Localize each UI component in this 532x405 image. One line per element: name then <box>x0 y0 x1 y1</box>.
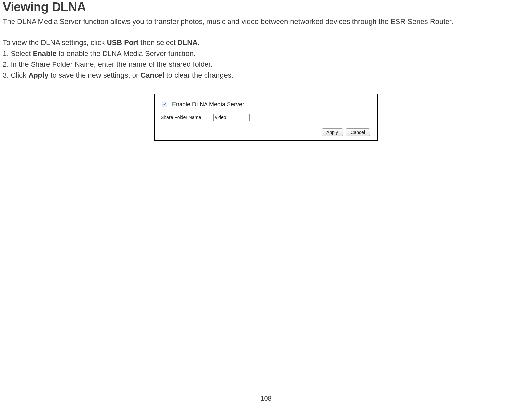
step3-bold1: Apply <box>28 71 48 79</box>
step3-mid: to save the new settings, or <box>48 71 140 79</box>
step1-prefix: 1. Select <box>3 49 33 58</box>
enable-dlna-label: Enable DLNA Media Server <box>172 101 244 108</box>
page-number: 108 <box>260 395 271 402</box>
step-1: 1. Select Enable to enable the DLNA Medi… <box>3 48 529 59</box>
view-settings-prefix: To view the DLNA settings, click <box>3 38 107 47</box>
step1-bold: Enable <box>33 49 57 58</box>
step1-suffix: to enable the DLNA Media Server function… <box>57 49 196 58</box>
cancel-button[interactable]: Cancel <box>346 128 370 136</box>
dlna-bold: DLNA <box>178 38 198 47</box>
view-settings-mid: then select <box>138 38 178 47</box>
step3-suffix: to clear the changes. <box>164 71 233 79</box>
enable-dlna-row: ✓ Enable DLNA Media Server <box>161 101 371 108</box>
page-title: Viewing DLNA <box>3 0 529 14</box>
step3-prefix: 3. Click <box>3 71 28 79</box>
share-folder-input[interactable] <box>213 114 250 121</box>
step3-bold2: Cancel <box>140 71 164 79</box>
step-3: 3. Click Apply to save the new settings,… <box>3 70 529 81</box>
step-2: 2. In the Share Folder Name, enter the n… <box>3 59 529 70</box>
usb-port-bold: USB Port <box>107 38 139 47</box>
settings-panel: ✓ Enable DLNA Media Server Share Folder … <box>154 94 378 141</box>
view-settings-suffix: . <box>198 38 200 47</box>
apply-button[interactable]: Apply <box>322 128 343 136</box>
view-settings-instruction: To view the DLNA settings, click USB Por… <box>3 37 529 48</box>
checkmark-icon: ✓ <box>163 102 167 106</box>
share-folder-label: Share Folder Name <box>161 115 213 120</box>
share-folder-row: Share Folder Name <box>161 114 371 121</box>
intro-text: The DLNA Media Server function allows yo… <box>3 17 529 27</box>
panel-button-row: Apply Cancel <box>161 128 371 136</box>
enable-dlna-checkbox[interactable]: ✓ <box>162 102 167 107</box>
